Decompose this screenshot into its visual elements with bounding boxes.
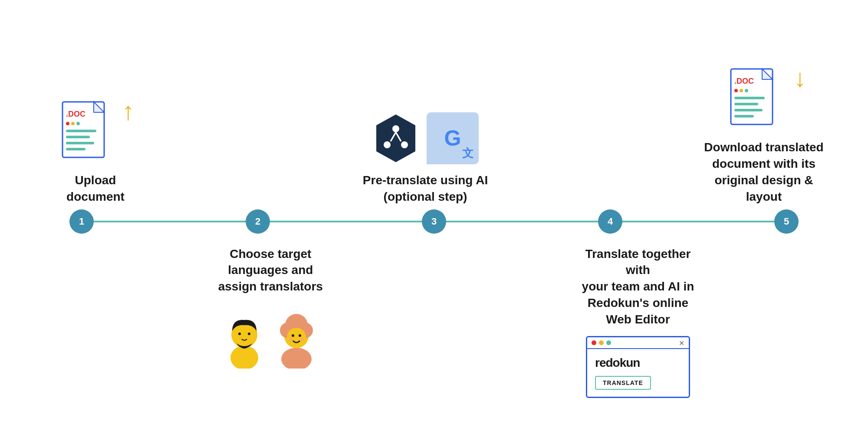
step-node-5: 5 (774, 209, 799, 234)
google-translate-icon: G 文 (427, 112, 479, 164)
workflow-diagram: .DOC ↑ Upload document (43, 49, 825, 398)
download-arrow-icon: ↓ (794, 65, 806, 91)
step-node-2: 2 (246, 209, 270, 234)
svg-rect-6 (66, 130, 96, 132)
step-4-label: Translate together with your team and AI… (577, 246, 699, 328)
svg-point-3 (66, 122, 69, 125)
svg-point-39 (300, 337, 304, 342)
svg-point-29 (248, 333, 250, 335)
above-content-row: .DOC ↑ Upload document (43, 49, 825, 205)
svg-rect-22 (734, 97, 765, 99)
svg-point-36 (292, 334, 294, 337)
doc-icon-5: .DOC (729, 61, 781, 126)
svg-point-21 (745, 89, 748, 92)
ai-icons-container: G 文 (372, 112, 479, 164)
step-node-1: 1 (69, 209, 94, 234)
svg-point-26 (230, 346, 258, 369)
svg-point-13 (401, 141, 408, 148)
step-4-below: Translate together with your team and AI… (573, 238, 703, 398)
step-node-3: 3 (422, 209, 446, 234)
svg-point-12 (384, 141, 391, 148)
editor-body: redokun TRANSLATE (587, 349, 689, 397)
editor-logo-text: redokun (595, 356, 681, 370)
step-3-above: G 文 Pre-translate using AI (optional ste… (352, 112, 499, 205)
svg-rect-8 (66, 142, 94, 144)
step-5-label: Download translated document with its or… (703, 139, 825, 205)
doc-icon-1: .DOC (61, 94, 113, 159)
titlebar-dot-3 (606, 340, 611, 345)
titlebar-dot-1 (592, 340, 596, 345)
svg-rect-7 (66, 136, 90, 138)
svg-point-30 (281, 348, 312, 369)
svg-rect-9 (66, 148, 85, 150)
web-editor-mockup: ✕ redokun TRANSLATE (586, 336, 690, 398)
svg-point-37 (299, 334, 301, 337)
titlebar-dot-2 (599, 340, 604, 345)
svg-text:.DOC: .DOC (66, 110, 85, 118)
step-node-4: 4 (598, 209, 622, 234)
svg-rect-24 (734, 109, 763, 111)
person-2-avatar (275, 312, 318, 369)
person-1-avatar (223, 312, 266, 369)
svg-point-11 (392, 125, 399, 132)
svg-point-35 (287, 328, 306, 347)
timeline: 1 2 3 4 5 (43, 209, 825, 234)
below-content-row: Choose target languages and assign trans… (43, 238, 825, 398)
step-2-label: Choose target languages and assign trans… (218, 246, 323, 295)
avatars-container (223, 312, 318, 369)
svg-marker-10 (376, 114, 415, 162)
editor-titlebar: ✕ (587, 337, 689, 349)
svg-point-5 (76, 122, 80, 125)
svg-rect-25 (734, 115, 754, 117)
svg-text:.DOC: .DOC (734, 77, 754, 85)
step-3-label: Pre-translate using AI (optional step) (363, 172, 488, 205)
close-icon: ✕ (679, 339, 684, 347)
step-2-below: Choose target languages and assign trans… (205, 238, 335, 369)
step-5-above: .DOC ↓ Download translated document with… (703, 61, 825, 205)
svg-point-19 (734, 89, 738, 92)
step-1-label: Upload document (66, 172, 125, 205)
editor-translate-button: TRANSLATE (595, 376, 651, 390)
translate-tool-icon (372, 112, 420, 164)
upload-arrow-icon: ↑ (122, 98, 135, 124)
svg-rect-23 (734, 103, 758, 105)
svg-point-20 (740, 89, 743, 92)
svg-point-4 (71, 122, 75, 125)
svg-point-38 (289, 337, 293, 342)
step-1-above: .DOC ↑ Upload document (43, 94, 148, 205)
svg-point-28 (238, 333, 241, 335)
